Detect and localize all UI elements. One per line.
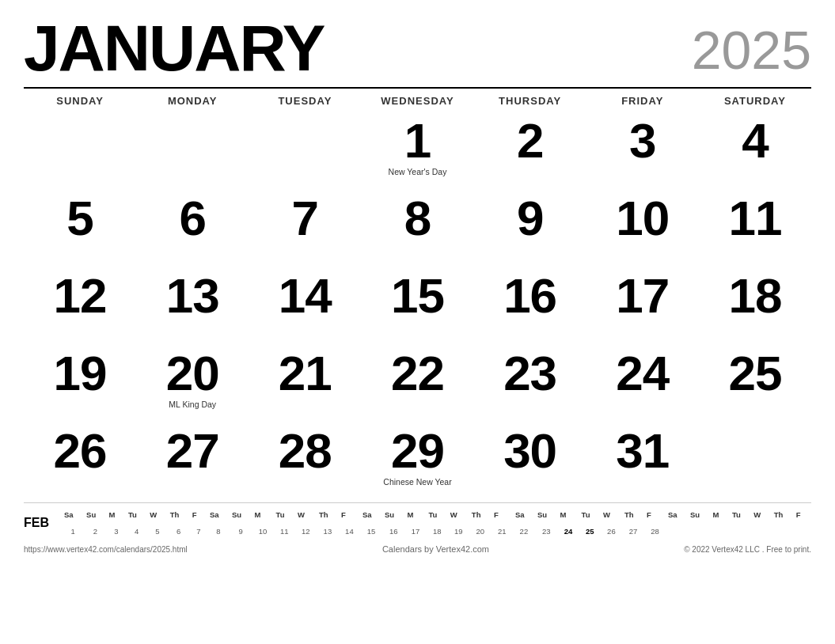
day-cell: 5: [24, 189, 136, 267]
mini-header-cell: Tu: [579, 510, 601, 520]
calendar-header: JANUARY 2025: [24, 16, 811, 81]
day-cell: [249, 112, 361, 189]
day-cell: 24: [586, 344, 699, 422]
footer-center: Calendars by Vertex42.com: [382, 544, 489, 554]
mini-header-cell: Tu: [274, 510, 295, 520]
mini-header-cell: Th: [469, 510, 492, 520]
day-number: 4: [742, 116, 768, 165]
mini-header-cell: Su: [382, 510, 405, 520]
mini-header-cell: F: [794, 510, 811, 520]
mini-date-cell: 12: [295, 526, 317, 536]
mini-header-cell: Tu: [126, 510, 147, 520]
mini-header-cell: Sa: [513, 510, 535, 520]
mini-header-cell: W: [147, 510, 167, 520]
mini-date-cell: 15: [360, 526, 382, 536]
mini-date-cell: [711, 526, 730, 536]
day-number: 23: [503, 349, 556, 398]
footer-left: https://www.vertex42.com/calendars/2025.…: [24, 545, 188, 554]
mini-date-cell: 2: [84, 526, 107, 536]
day-cell: [699, 422, 811, 499]
mini-date-cell: 14: [339, 526, 360, 536]
mini-header-cell: Sa: [62, 510, 84, 520]
mini-date-cell: 22: [513, 526, 535, 536]
mini-date-cell: [772, 526, 794, 536]
day-cell: 3: [586, 112, 699, 189]
day-cell: 21: [249, 344, 361, 422]
day-cell: 29Chinese New Year: [361, 422, 473, 499]
day-number: 22: [391, 349, 444, 398]
mini-date-cell: [730, 526, 751, 536]
day-number: 7: [292, 194, 318, 243]
mini-date-cell: [794, 526, 811, 536]
mini-date-cell: 28: [644, 526, 666, 536]
day-header-monday: MONDAY: [136, 93, 249, 108]
day-number: 21: [279, 349, 332, 398]
mini-date-cell: 5: [147, 526, 167, 536]
day-number: 27: [166, 426, 219, 475]
day-number: 8: [404, 194, 431, 243]
day-number: 18: [728, 271, 781, 320]
mini-date-cell: 26: [601, 526, 622, 536]
mini-date-cell: 27: [622, 526, 644, 536]
day-number: 17: [616, 271, 669, 320]
mini-header-cell: M: [558, 510, 579, 520]
mini-grid: SaSuMTuWThFSaSuMTuWThFSaSuMTuWThFSaSuMTu…: [62, 510, 811, 536]
calendar-container: JANUARY 2025 SUNDAYMONDAYTUESDAYWEDNESDA…: [0, 0, 835, 644]
day-cell: 20ML King Day: [136, 344, 249, 422]
day-header-friday: FRIDAY: [586, 93, 699, 108]
day-number: 30: [503, 426, 556, 475]
mini-header-cell: W: [601, 510, 622, 520]
day-number: 10: [616, 194, 669, 243]
day-cell: 15: [361, 267, 473, 344]
mini-date-cell: 7: [190, 526, 207, 536]
day-number: 29: [391, 426, 444, 475]
mini-header-cell: Th: [168, 510, 190, 520]
mini-date-cell: 23: [535, 526, 558, 536]
day-header-wednesday: WEDNESDAY: [361, 93, 473, 108]
day-cell: 12: [24, 267, 136, 344]
day-number: 28: [279, 426, 332, 475]
day-cell: 11: [699, 189, 811, 267]
day-cell: 26: [24, 422, 136, 499]
day-headers-row: SUNDAYMONDAYTUESDAYWEDNESDAYTHURSDAYFRID…: [24, 87, 811, 108]
mini-date-cell: 10: [252, 526, 274, 536]
mini-date-cell: 21: [492, 526, 513, 536]
mini-header-cell: Sa: [666, 510, 688, 520]
mini-date-cell: 6: [168, 526, 190, 536]
mini-date-cell: 19: [448, 526, 469, 536]
mini-header-cell: Sa: [207, 510, 230, 520]
day-number: 20: [166, 349, 219, 398]
day-cell: 14: [249, 267, 361, 344]
mini-header-cell: F: [339, 510, 360, 520]
day-cell: 1New Year's Day: [361, 112, 473, 189]
footer-right: © 2022 Vertex42 LLC . Free to print.: [684, 545, 811, 554]
mini-date-cell: 16: [382, 526, 405, 536]
day-header-tuesday: TUESDAY: [249, 93, 361, 108]
day-event: ML King Day: [169, 400, 216, 409]
day-cell: 10: [586, 189, 699, 267]
day-number: 31: [616, 426, 669, 475]
day-number: 5: [66, 194, 93, 243]
mini-header-cell: Th: [622, 510, 644, 520]
day-cell: 28: [249, 422, 361, 499]
day-cell: 27: [136, 422, 249, 499]
mini-header-cell: Su: [230, 510, 252, 520]
day-number: 19: [54, 349, 107, 398]
mini-header-cell: W: [751, 510, 771, 520]
day-cell: 18: [699, 267, 811, 344]
day-cell: 22: [361, 344, 473, 422]
mini-header-cell: M: [405, 510, 427, 520]
mini-date-cell: 25: [579, 526, 601, 536]
mini-date-cell: 17: [405, 526, 427, 536]
day-number: 3: [629, 116, 655, 165]
mini-header-cell: F: [644, 510, 666, 520]
day-cell: 2: [474, 112, 586, 189]
footer: https://www.vertex42.com/calendars/2025.…: [24, 541, 811, 554]
mini-date-cell: 11: [274, 526, 295, 536]
day-cell: 8: [361, 189, 473, 267]
day-cell: 16: [474, 267, 586, 344]
mini-date-cell: [688, 526, 711, 536]
mini-date-cell: 20: [469, 526, 492, 536]
mini-date-cell: 18: [427, 526, 448, 536]
mini-date-cell: 13: [317, 526, 339, 536]
